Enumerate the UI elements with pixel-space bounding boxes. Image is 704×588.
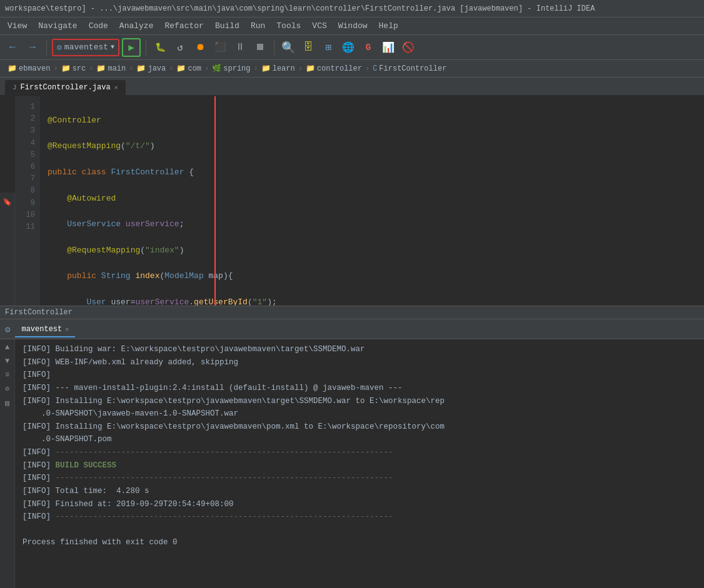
menu-window[interactable]: Window <box>333 19 373 33</box>
breadcrumb-bar: 📁 ebmaven › 📁 src › 📁 main › 📁 java › 📁 … <box>0 60 704 77</box>
settings-icon: ⚙ <box>5 324 10 335</box>
breadcrumb-label: java <box>148 64 166 73</box>
console-area: ▲ ▼ ≡ ⊘ ▤ [INFO] Building war: E:\worksp… <box>0 339 704 588</box>
menu-view[interactable]: View <box>3 19 32 33</box>
dropdown-arrow-icon: ▼ <box>111 44 114 51</box>
console-line-11: [INFO] ---------------------------------… <box>23 472 696 485</box>
line-numbers: 1 2 3 4 5 6 7 8 9 10 11 <box>15 96 40 306</box>
footer-class-label: FirstController <box>5 308 73 317</box>
main-content: 🔖 1 2 3 4 5 6 7 8 9 10 11 @Controller @R… <box>0 96 704 588</box>
bookmark-icon[interactable]: 🔖 <box>3 195 12 209</box>
breadcrumb-src[interactable]: 📁 src <box>59 62 89 74</box>
breadcrumb-learn[interactable]: 📁 learn <box>259 62 298 74</box>
console-line-1: [INFO] Building war: E:\workspace\testpr… <box>23 343 696 356</box>
editor-area: 🔖 1 2 3 4 5 6 7 8 9 10 11 @Controller @R… <box>0 96 704 306</box>
bottom-panel-icon: ⚙ <box>5 324 10 335</box>
breadcrumb-com[interactable]: 📁 com <box>174 62 204 74</box>
translate-button[interactable]: 🌐 <box>339 39 357 56</box>
terminal-button[interactable]: ⊞ <box>319 39 337 56</box>
g-button[interactable]: G <box>360 39 377 56</box>
code-editor[interactable]: 1 2 3 4 5 6 7 8 9 10 11 @Controller @Req… <box>15 96 704 306</box>
console-output: [INFO] Building war: E:\workspace\testpr… <box>15 339 704 588</box>
console-line-9: [INFO] ---------------------------------… <box>23 446 696 459</box>
breadcrumb-java[interactable]: 📁 java <box>134 62 168 74</box>
gear-icon: ⚙ <box>57 42 62 52</box>
bottom-tab-close-button[interactable]: ✕ <box>65 326 69 333</box>
console-line-13: [INFO] Finished at: 2019-09-29T20:54:49+… <box>23 498 696 511</box>
clear-icon[interactable]: ⊘ <box>5 384 9 394</box>
breadcrumb-spring[interactable]: 🌿 spring <box>209 62 253 74</box>
breadcrumb-label: spring <box>223 64 250 73</box>
menu-bar: View Navigate Code Analyze Refactor Buil… <box>0 17 704 35</box>
breadcrumb-label: src <box>73 64 86 73</box>
filter-icon[interactable]: ≡ <box>5 371 9 379</box>
title-text: workspace\testpro] - ...\javawebmaven\sr… <box>5 4 595 13</box>
step-button[interactable]: ⏹ <box>251 39 269 56</box>
menu-help[interactable]: Help <box>374 19 403 33</box>
menu-code[interactable]: Code <box>84 19 113 33</box>
bc-sep-7: › <box>298 64 303 73</box>
breadcrumb-main[interactable]: 📁 main <box>94 62 128 74</box>
run-config-selector[interactable]: ⚙ maventest ▼ <box>52 39 119 56</box>
bottom-tab-maventest[interactable]: maventest ✕ <box>15 322 75 337</box>
tab-bar: J FirstController.java ✕ <box>0 77 704 96</box>
console-line-10: [INFO] BUILD SUCCESS <box>23 459 696 472</box>
tab-firstcontroller[interactable]: J FirstController.java ✕ <box>5 80 126 95</box>
folder-icon: 📁 <box>96 64 106 73</box>
menu-vcs[interactable]: VCS <box>307 19 331 33</box>
reload-button[interactable]: ↺ <box>171 39 189 56</box>
console-line-15 <box>23 524 696 537</box>
debug-button[interactable]: 🐛 <box>151 39 169 56</box>
bc-sep-4: › <box>169 64 173 73</box>
menu-navigate[interactable]: Navigate <box>33 19 82 33</box>
folder-icon: 📁 <box>136 64 146 73</box>
block-button[interactable]: 🚫 <box>400 39 417 56</box>
run-button[interactable]: ▶ <box>122 38 141 57</box>
console-line-6: .0-SNAPSHOT\javaweb-maven-1.0-SNAPSHOT.w… <box>23 407 696 421</box>
folder-icon: 📁 <box>176 64 186 73</box>
breadcrumb-controller[interactable]: 📁 controller <box>303 62 365 74</box>
run-config-label: maventest <box>64 42 108 52</box>
java-file-icon: J <box>13 84 17 91</box>
console-line-16: Process finished with exit code 0 <box>23 536 696 549</box>
db-button[interactable]: 🗄 <box>299 39 317 56</box>
scroll-up-icon[interactable]: ▲ <box>5 343 9 352</box>
stop-orange-button[interactable]: ⏺ <box>191 39 209 56</box>
breadcrumb-label: main <box>108 64 126 73</box>
console-line-2: [INFO] WEB-INF/web.xml already added, sk… <box>23 356 696 369</box>
scroll-down-icon[interactable]: ▼ <box>5 357 9 366</box>
tab-close-button[interactable]: ✕ <box>114 84 118 91</box>
breadcrumb-label: learn <box>273 64 295 73</box>
menu-refactor[interactable]: Refactor <box>159 19 208 33</box>
breadcrumb-label: FirstController <box>379 64 446 73</box>
console-line-5: [INFO] Installing E:\workspace\testpro\j… <box>23 395 696 408</box>
console-icon[interactable]: ▤ <box>5 399 9 408</box>
title-bar: workspace\testpro] - ...\javawebmaven\sr… <box>0 0 704 17</box>
chart-button[interactable]: 📊 <box>380 39 397 56</box>
console-line-12: [INFO] Total time: 4.280 s <box>23 485 696 498</box>
console-line-3: [INFO] <box>23 369 696 382</box>
back-button[interactable]: ← <box>4 39 21 56</box>
tab-label: FirstController.java <box>21 83 111 92</box>
folder-icon: 📁 <box>8 64 17 73</box>
bc-sep-3: › <box>129 64 133 73</box>
bottom-panel: ⚙ maventest ✕ ▲ ▼ ≡ ⊘ ▤ [INFO] Building … <box>0 319 704 588</box>
breadcrumb-label: controller <box>317 64 362 73</box>
breadcrumb-firstcontroller[interactable]: C FirstController <box>370 63 449 74</box>
code-content[interactable]: @Controller @RequestMapping("/t/") publi… <box>40 96 704 306</box>
class-icon: C <box>373 64 377 73</box>
menu-tools[interactable]: Tools <box>271 19 306 33</box>
spring-icon: 🌿 <box>212 64 221 73</box>
stop-red-button[interactable]: ⬛ <box>211 39 229 56</box>
menu-run[interactable]: Run <box>246 19 270 33</box>
menu-build[interactable]: Build <box>210 19 244 33</box>
bc-sep-6: › <box>254 64 258 73</box>
pause-button[interactable]: ⏸ <box>231 39 249 56</box>
forward-button[interactable]: → <box>24 39 41 56</box>
console-side-icons: ▲ ▼ ≡ ⊘ ▤ <box>0 339 15 588</box>
search-button[interactable]: 🔍 <box>279 39 297 56</box>
breadcrumb-ebmaven[interactable]: 📁 ebmaven <box>5 62 53 74</box>
menu-analyze[interactable]: Analyze <box>114 19 159 33</box>
toolbar: ← → ⚙ maventest ▼ ▶ 🐛 ↺ ⏺ ⬛ ⏸ ⏹ 🔍 🗄 ⊞ 🌐 … <box>0 35 704 60</box>
bottom-tab-bar: ⚙ maventest ✕ <box>0 321 704 339</box>
